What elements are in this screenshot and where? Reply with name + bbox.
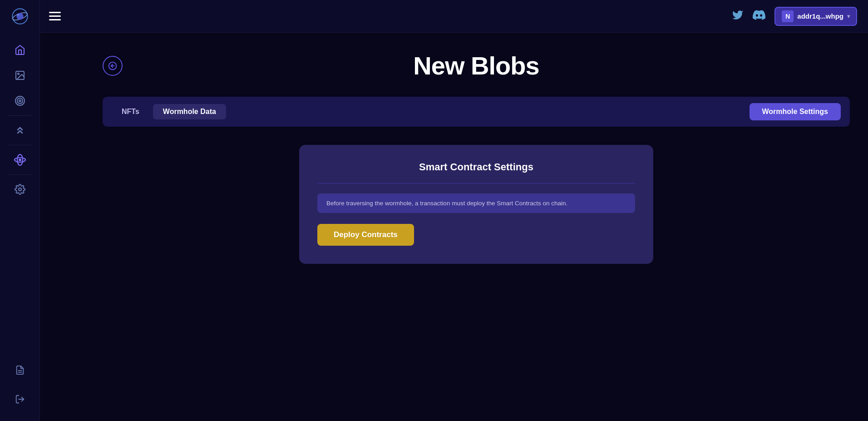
svg-point-8 [19,100,21,102]
sidebar [0,0,40,421]
sidebar-item-home[interactable] [0,37,40,63]
arrow-left-icon [108,61,117,70]
contract-card-divider [317,183,635,183]
contract-info-text: Before traversing the wormhole, a transa… [326,200,626,207]
sidebar-item-gallery[interactable] [0,63,40,88]
logout-icon [15,394,25,404]
topbar-left [49,12,61,20]
sidebar-divider-2 [8,145,31,145]
chevrons-up-icon [15,125,25,136]
sidebar-item-chevrons[interactable] [0,118,40,143]
wallet-button[interactable]: N addr1q...whpg ▾ [774,7,857,26]
gear-icon [15,184,25,195]
sidebar-divider-3 [8,174,31,175]
home-icon [15,45,25,55]
svg-point-7 [17,98,23,104]
logo[interactable] [0,0,40,33]
page-header: New Blobs [103,51,850,80]
wormhole-settings-button[interactable]: Wormhole Settings [750,103,841,120]
chevron-down-icon: ▾ [847,13,850,20]
contract-card-title: Smart Contract Settings [317,161,635,173]
page-title: New Blobs [413,51,539,80]
file-icon [15,365,25,375]
svg-point-11 [19,158,21,161]
tabs-left: NFTs Wormhole Data [112,104,226,119]
wallet-address: addr1q...whpg [797,12,843,20]
sidebar-item-settings[interactable] [0,177,40,202]
sidebar-nav [0,33,39,357]
main-content: New Blobs NFTs Wormhole Data Wormhole Se… [80,33,868,421]
image-icon [15,70,25,81]
svg-point-3 [17,14,19,16]
hamburger-menu[interactable] [49,12,61,20]
svg-point-12 [19,188,21,191]
svg-point-5 [18,73,19,74]
contract-info-box: Before traversing the wormhole, a transa… [317,193,635,213]
back-button[interactable] [103,56,123,76]
sidebar-divider-1 [8,115,31,116]
tab-wormhole-data[interactable]: Wormhole Data [153,104,226,119]
wallet-icon-box: N [782,10,794,22]
sidebar-item-wormhole[interactable] [0,147,40,173]
logo-icon [11,8,29,25]
wormhole-icon [14,154,26,166]
discord-icon[interactable] [753,9,765,24]
sidebar-item-docs[interactable] [0,357,40,383]
sidebar-item-target[interactable] [0,88,40,114]
sidebar-bottom [0,357,40,421]
topbar-right: N addr1q...whpg ▾ [732,7,857,26]
tab-nfts[interactable]: NFTs [112,104,149,119]
target-icon [15,95,25,106]
deploy-contracts-button[interactable]: Deploy Contracts [317,224,414,246]
topbar: N addr1q...whpg ▾ [40,0,868,33]
tabs-bar: NFTs Wormhole Data Wormhole Settings [103,97,850,127]
smart-contract-card: Smart Contract Settings Before traversin… [299,145,653,264]
sidebar-item-logout[interactable] [0,386,40,412]
twitter-icon[interactable] [732,9,744,24]
wallet-icon-label: N [785,13,790,20]
